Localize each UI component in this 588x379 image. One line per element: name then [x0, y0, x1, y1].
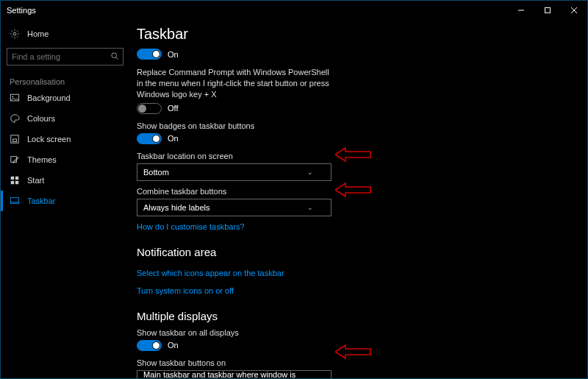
select-taskbar-location[interactable]: Bottom ⌄ [137, 163, 331, 181]
toggle-replace-label: Off [168, 104, 178, 113]
sidebar-item-label: Themes [27, 155, 57, 164]
toggle-replace-row: Off [137, 103, 573, 114]
show-buttons-label: Show taskbar buttons on [137, 358, 573, 367]
search-input[interactable] [7, 48, 123, 65]
toggle-show-badges[interactable] [137, 133, 162, 144]
sidebar-item-label: Lock screen [27, 135, 71, 144]
sidebar-group-label: Personalisation [1, 73, 129, 88]
search-container [1, 43, 129, 73]
link-select-icons[interactable]: Select which icons appear on the taskbar [137, 269, 284, 277]
chevron-down-icon: ⌄ [307, 204, 313, 211]
heading-notification-area: Notification area [137, 246, 573, 258]
annotation-arrow-icon [335, 378, 372, 378]
themes-icon [10, 155, 20, 165]
palette-icon [10, 113, 20, 124]
select-combine-buttons[interactable]: Always hide labels ⌄ [137, 199, 331, 216]
chevron-down-icon: ⌄ [307, 169, 313, 176]
toggle-top-row: On [137, 49, 573, 60]
svg-point-5 [112, 53, 117, 58]
svg-point-4 [13, 32, 16, 35]
sidebar-item-colours[interactable]: Colours [1, 108, 129, 129]
search-icon [110, 52, 119, 62]
toggle-top[interactable] [137, 49, 162, 60]
svg-rect-16 [10, 198, 18, 204]
window-controls [508, 1, 587, 20]
select-value: Always hide labels [143, 203, 210, 212]
svg-rect-12 [11, 177, 14, 180]
link-customise-taskbars[interactable]: How do I customise taskbars? [137, 222, 245, 231]
svg-line-6 [116, 57, 118, 60]
chevron-down-icon: ⌄ [307, 375, 313, 378]
svg-rect-14 [11, 181, 14, 184]
show-badges-label: Show badges on taskbar buttons [137, 121, 573, 130]
nav-home[interactable]: Home [1, 24, 129, 43]
picture-icon [10, 93, 20, 103]
lock-icon [10, 134, 20, 144]
select-value: Bottom [143, 168, 169, 177]
heading-multiple-displays: Multiple displays [137, 310, 573, 322]
sidebar-item-themes[interactable]: Themes [1, 149, 129, 170]
maximize-button[interactable] [534, 1, 561, 20]
toggle-badges-label: On [168, 134, 179, 143]
sidebar: Home Personalisation Background [1, 20, 129, 378]
location-label: Taskbar location on screen [137, 152, 573, 160]
multi-show-label: Show taskbar on all displays [137, 328, 573, 337]
svg-point-8 [12, 96, 14, 97]
link-system-icons[interactable]: Turn system icons on or off [137, 286, 234, 295]
settings-window: Settings Home [0, 0, 588, 379]
page-title: Taskbar [137, 26, 573, 43]
toggle-top-label: On [168, 50, 179, 59]
start-icon [10, 175, 20, 185]
toggle-badges-row: On [137, 133, 573, 144]
svg-rect-15 [15, 181, 18, 184]
gear-icon [10, 29, 20, 39]
svg-rect-10 [12, 139, 16, 142]
taskbar-icon [10, 196, 20, 206]
toggle-show-all-displays[interactable] [137, 340, 162, 351]
sidebar-item-background[interactable]: Background [1, 88, 129, 108]
window-body: Home Personalisation Background [1, 20, 587, 378]
toggle-multi-label: On [168, 341, 179, 350]
select-show-buttons-on[interactable]: Main taskbar and taskbar where window is… [137, 370, 331, 378]
sidebar-item-start[interactable]: Start [1, 170, 129, 191]
main-content[interactable]: Taskbar On Replace Command Prompt with W… [129, 20, 587, 378]
sidebar-item-lockscreen[interactable]: Lock screen [1, 129, 129, 149]
replace-cmd-text: Replace Command Prompt with Windows Powe… [137, 67, 335, 100]
nav-home-label: Home [27, 29, 49, 38]
minimize-button[interactable] [508, 1, 534, 20]
title-bar: Settings [1, 1, 587, 20]
combine-label: Combine taskbar buttons [137, 187, 573, 196]
select-value: Main taskbar and taskbar where window is… [143, 370, 307, 378]
sidebar-item-label: Taskbar [27, 196, 56, 205]
sidebar-item-taskbar[interactable]: Taskbar [1, 191, 129, 211]
svg-rect-1 [545, 8, 551, 13]
sidebar-item-label: Colours [27, 114, 55, 123]
toggle-replace-cmd[interactable] [137, 103, 162, 114]
sidebar-item-label: Background [27, 93, 71, 102]
close-button[interactable] [561, 1, 587, 20]
svg-rect-13 [15, 177, 18, 180]
window-title: Settings [7, 6, 36, 15]
sidebar-item-label: Start [27, 176, 44, 185]
toggle-multi-row: On [137, 340, 573, 351]
